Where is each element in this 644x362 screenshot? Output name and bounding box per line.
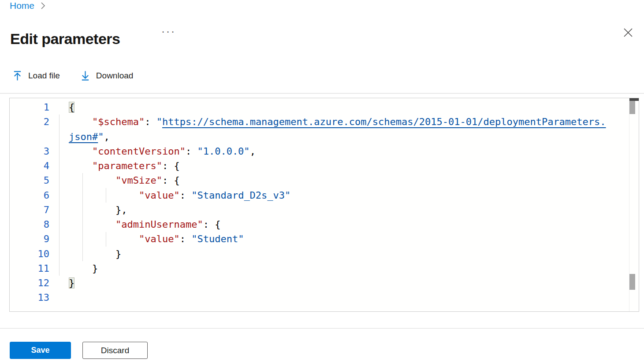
line-number[interactable]: 6 <box>10 188 49 203</box>
editor-row[interactable]: 10 } <box>10 247 639 261</box>
line-number[interactable]: 11 <box>10 261 49 276</box>
line-number[interactable]: 4 <box>10 159 49 173</box>
line-number[interactable]: 1 <box>10 100 49 115</box>
line-number[interactable] <box>10 129 49 144</box>
close-icon <box>623 27 633 38</box>
editor-row[interactable]: 3 "contentVersion": "1.0.0.0", <box>10 144 639 159</box>
breadcrumb-home-link[interactable]: Home <box>10 0 34 11</box>
code-editor[interactable]: 1{2 "$schema": "https://schema.managemen… <box>9 98 639 312</box>
line-number[interactable]: 5 <box>10 173 49 188</box>
code-line: { <box>49 100 74 115</box>
editor-row[interactable]: 6 "value": "Standard_D2s_v3" <box>10 188 639 203</box>
download-button[interactable]: Download <box>78 69 135 82</box>
line-number[interactable]: 9 <box>10 232 49 246</box>
ellipsis-icon: ··· <box>161 25 176 37</box>
editor-row[interactable]: 5 "vmSize": { <box>10 173 639 188</box>
editor-row[interactable]: 2 "$schema": "https://schema.management.… <box>10 115 639 129</box>
editor-toolbar: Load file Download <box>11 69 135 82</box>
editor-row[interactable]: 9 "value": "Student" <box>10 232 639 246</box>
discard-button[interactable]: Discard <box>82 342 148 359</box>
code-editor-rows: 1{2 "$schema": "https://schema.managemen… <box>10 100 639 305</box>
code-line: }, <box>49 203 127 217</box>
scrollbar-thumb[interactable] <box>629 101 635 114</box>
page-title: Edit parameters <box>10 30 120 48</box>
download-icon <box>80 70 90 81</box>
more-options-button[interactable]: ··· <box>159 25 176 38</box>
line-number[interactable]: 3 <box>10 144 49 159</box>
code-line: } <box>49 247 121 261</box>
line-number[interactable]: 8 <box>10 217 49 232</box>
code-line: "$schema": "https://schema.management.az… <box>49 115 606 129</box>
footer-divider <box>0 328 644 329</box>
code-line <box>49 290 69 305</box>
editor-row[interactable]: 8 "adminUsername": { <box>10 217 639 232</box>
line-number[interactable]: 2 <box>10 115 49 129</box>
upload-icon <box>12 70 22 81</box>
editor-row[interactable]: 13 <box>10 290 639 305</box>
load-file-button[interactable]: Load file <box>11 69 62 82</box>
editor-row[interactable]: 12} <box>10 276 639 290</box>
code-line: "value": "Student" <box>49 232 244 246</box>
code-line: } <box>49 261 98 276</box>
download-label: Download <box>96 71 134 81</box>
editor-row[interactable]: 4 "parameters": { <box>10 159 639 173</box>
code-line: } <box>49 276 74 290</box>
indent-guide <box>106 232 106 247</box>
indent-guide <box>59 115 60 276</box>
code-line: "contentVersion": "1.0.0.0", <box>49 144 256 159</box>
editor-row[interactable]: 11 } <box>10 261 639 276</box>
save-button[interactable]: Save <box>10 342 71 359</box>
chevron-right-icon <box>39 1 47 11</box>
indent-guide <box>106 188 106 203</box>
line-number[interactable]: 7 <box>10 203 49 217</box>
close-button[interactable] <box>620 25 637 41</box>
overview-ruler-bracket-marker <box>629 274 635 290</box>
code-line: "vmSize": { <box>49 173 180 188</box>
editor-row[interactable]: 7 }, <box>10 203 639 217</box>
code-line: json#", <box>49 129 110 144</box>
line-number[interactable]: 12 <box>10 276 49 290</box>
code-line: "parameters": { <box>49 159 180 173</box>
load-file-label: Load file <box>28 71 60 81</box>
code-line: "value": "Standard_D2s_v3" <box>49 188 290 203</box>
toolbar-divider <box>0 93 644 94</box>
code-line: "adminUsername": { <box>49 217 220 232</box>
line-number[interactable]: 10 <box>10 247 49 261</box>
breadcrumb: Home <box>10 0 47 11</box>
indent-guide <box>82 173 83 261</box>
line-number[interactable]: 13 <box>10 290 49 305</box>
editor-row[interactable]: 1{ <box>10 100 639 115</box>
editor-row[interactable]: json#", <box>10 129 639 144</box>
